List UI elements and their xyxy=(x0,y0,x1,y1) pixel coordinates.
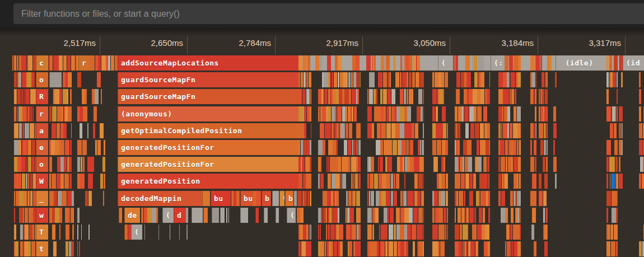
flame-stripe[interactable] xyxy=(480,89,484,104)
flame-stripe[interactable] xyxy=(606,55,609,71)
flame-stripe[interactable] xyxy=(400,72,402,87)
flame-stripe[interactable] xyxy=(320,157,321,172)
flame-stripe[interactable] xyxy=(389,225,393,240)
flame-stripe[interactable] xyxy=(381,241,385,256)
flame-stripe[interactable] xyxy=(472,191,473,206)
flame-stripe[interactable] xyxy=(18,174,21,189)
flame-stripe[interactable] xyxy=(459,241,462,256)
flame-stripe[interactable] xyxy=(546,72,548,87)
flame-stripe[interactable] xyxy=(639,123,642,138)
flame-stripe[interactable] xyxy=(505,55,508,71)
flame-stripe[interactable] xyxy=(22,174,25,189)
flame-stripe[interactable] xyxy=(418,174,423,189)
flame-stripe[interactable] xyxy=(343,157,348,172)
flame-stripe[interactable] xyxy=(606,72,609,87)
flame-stripe[interactable] xyxy=(639,72,641,87)
flame-stripe[interactable] xyxy=(486,140,489,155)
flame-stripe[interactable] xyxy=(530,140,532,155)
flame-stripe[interactable] xyxy=(334,225,335,240)
flame-frame[interactable]: a xyxy=(36,123,48,138)
flame-stripe[interactable] xyxy=(59,225,60,240)
flame-stripe[interactable] xyxy=(413,241,415,256)
flame-stripe[interactable] xyxy=(14,191,15,206)
flame-stripe[interactable] xyxy=(30,123,34,138)
flame-stripe[interactable] xyxy=(310,106,311,122)
flame-stripe[interactable] xyxy=(298,140,300,155)
flame-stripe[interactable] xyxy=(456,89,460,104)
flame-stripe[interactable] xyxy=(610,225,613,240)
flame-stripe[interactable] xyxy=(511,241,513,256)
flame-stripe[interactable] xyxy=(553,157,557,172)
flame-stripe[interactable] xyxy=(170,225,170,240)
flame-stripe[interactable] xyxy=(64,191,67,206)
flame-stripe[interactable] xyxy=(348,157,350,172)
flame-stripe[interactable] xyxy=(77,72,81,87)
flame-stripe[interactable] xyxy=(535,89,536,104)
flame-stripe[interactable] xyxy=(352,191,356,206)
flame-stripe[interactable] xyxy=(517,140,519,155)
flame-stripe[interactable] xyxy=(463,140,467,155)
flame-frame[interactable]: (: xyxy=(491,55,502,71)
filter-input[interactable] xyxy=(13,3,644,24)
flame-stripe[interactable] xyxy=(386,191,390,206)
flame-stripe[interactable] xyxy=(83,157,85,172)
flame-stripe[interactable] xyxy=(321,208,323,223)
flame-stripe[interactable] xyxy=(337,106,342,122)
flame-stripe[interactable] xyxy=(327,191,331,206)
flame-stripe[interactable] xyxy=(369,191,370,206)
flame-stripe[interactable] xyxy=(473,174,476,189)
flame-stripe[interactable] xyxy=(435,208,439,223)
flame-stripe[interactable] xyxy=(369,72,373,87)
flame-stripe[interactable] xyxy=(520,157,521,172)
flame-stripe[interactable] xyxy=(384,106,386,122)
flame-stripe[interactable] xyxy=(416,55,417,71)
flame-stripe[interactable] xyxy=(390,208,394,223)
flame-stripe[interactable] xyxy=(300,123,304,138)
flame-stripe[interactable] xyxy=(433,225,438,240)
flame-stripe[interactable] xyxy=(331,241,333,256)
flame-stripe[interactable] xyxy=(327,55,331,71)
flame-stripe[interactable] xyxy=(49,106,52,122)
flame-stripe[interactable] xyxy=(28,157,31,172)
flame-stripe[interactable] xyxy=(479,174,484,189)
flame-stripe[interactable] xyxy=(507,106,510,122)
flame-stripe[interactable] xyxy=(356,55,360,71)
flame-stripe[interactable] xyxy=(498,174,501,189)
flame-stripe[interactable] xyxy=(447,123,448,138)
flame-stripe[interactable] xyxy=(301,72,303,87)
flame-stripe[interactable] xyxy=(480,123,484,138)
flame-stripe[interactable] xyxy=(57,174,60,189)
flame-stripe[interactable] xyxy=(511,208,514,223)
flame-stripe[interactable] xyxy=(501,157,505,172)
flame-stripe[interactable] xyxy=(309,174,311,189)
flame-stripe[interactable] xyxy=(547,225,548,240)
flame-stripe[interactable] xyxy=(474,106,477,122)
flame-stripe[interactable] xyxy=(32,225,34,240)
flame-stripe[interactable] xyxy=(377,241,379,256)
flame-frame[interactable]: _ xyxy=(36,191,48,206)
flame-stripe[interactable] xyxy=(367,123,372,138)
flame-stripe[interactable] xyxy=(53,241,57,256)
flame-stripe[interactable] xyxy=(307,55,310,71)
flame-stripe[interactable] xyxy=(544,140,546,155)
flame-stripe[interactable] xyxy=(553,140,555,155)
flame-stripe[interactable] xyxy=(458,140,460,155)
flame-stripe[interactable] xyxy=(22,123,24,138)
flame-stripe[interactable] xyxy=(612,208,616,223)
flame-stripe[interactable] xyxy=(419,157,423,172)
flame-stripe[interactable] xyxy=(614,123,617,138)
flame-stripe[interactable] xyxy=(621,72,623,87)
flame-stripe[interactable] xyxy=(535,157,536,172)
flame-stripe[interactable] xyxy=(385,241,388,256)
flame-stripe[interactable] xyxy=(446,174,448,189)
flame-stripe[interactable] xyxy=(438,241,440,256)
flame-stripe[interactable] xyxy=(28,89,30,104)
flame-stripe[interactable] xyxy=(356,123,360,138)
flame-stripe[interactable] xyxy=(477,140,479,155)
flame-stripe[interactable] xyxy=(351,174,353,189)
flame-stripe[interactable] xyxy=(546,157,548,172)
flame-stripe[interactable] xyxy=(622,140,623,155)
flame-stripe[interactable] xyxy=(617,191,618,206)
flame-stripe[interactable] xyxy=(85,89,87,104)
flame-stripe[interactable] xyxy=(422,140,424,155)
